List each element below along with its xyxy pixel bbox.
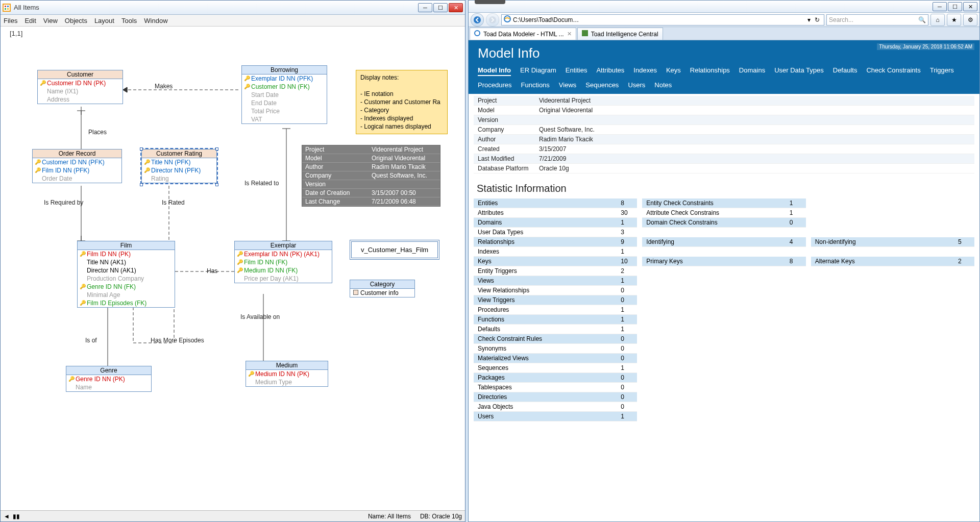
menu-layout[interactable]: Layout	[94, 17, 114, 24]
back-button[interactable]	[471, 13, 484, 27]
report-tab[interactable]: Sequences	[585, 81, 619, 89]
rel-places: Places	[88, 129, 107, 136]
modeler-window: All Items ─ ☐ ✕ Files Edit View Objects …	[0, 0, 465, 522]
rel-isrel: Is Related to	[244, 180, 279, 187]
refresh-icon[interactable]: ↻	[815, 16, 820, 23]
tab-intelligence[interactable]: Toad Intelligence Central	[577, 28, 663, 40]
settings-icon[interactable]: ⚙	[963, 14, 977, 26]
svg-rect-4	[5, 8, 6, 10]
category-box[interactable]: Category Customer info	[350, 280, 415, 297]
search-icon[interactable]: 🔍	[918, 16, 926, 23]
svg-rect-16	[582, 30, 588, 36]
report-tab[interactable]: Views	[559, 81, 576, 89]
report-tab[interactable]: Check Constraints	[866, 66, 920, 76]
entity-exemplar[interactable]: Exemplar 🔑Exemplar ID NN (PK) (AK1) 🔑Fil…	[234, 241, 332, 283]
rel-hasmore: Has More Episodes	[151, 337, 204, 344]
tab-report[interactable]: Toad Data Modeler - HTML ... ✕	[470, 28, 576, 40]
browser-close-button[interactable]: ✕	[963, 2, 977, 11]
dropdown-icon[interactable]: ▾	[807, 16, 811, 23]
report-tab[interactable]: Model Info	[478, 66, 511, 76]
diagram-canvas[interactable]: [1,1] Cus	[1, 27, 465, 510]
statusbar: ◄ ▮▮ Name: All Items DB: Oracle 10g	[1, 510, 465, 521]
browser-window: ─ ☐ ✕ C:\Users\Toad\Docum… ▾ ↻ Search...…	[468, 0, 980, 522]
report-tab[interactable]: Attributes	[596, 66, 624, 76]
report-body[interactable]: Thursday, January 25, 2018 11:06:52 AM M…	[469, 40, 979, 521]
svg-point-15	[475, 31, 480, 36]
address-bar[interactable]: C:\Users\Toad\Docum… ▾ ↻	[501, 14, 824, 26]
rel-isavail: Is Available on	[240, 313, 280, 320]
svg-rect-1	[4, 5, 10, 11]
selection-handle[interactable]	[140, 147, 143, 151]
report-tab[interactable]: Defaults	[833, 66, 857, 76]
report-tab[interactable]: Keys	[666, 66, 681, 76]
home-icon[interactable]: ⌂	[930, 14, 945, 26]
report-tab[interactable]: Domains	[739, 66, 765, 76]
report-tab[interactable]: Functions	[521, 81, 549, 89]
report-tab[interactable]: Users	[628, 81, 645, 89]
menu-edit[interactable]: Edit	[24, 17, 36, 24]
svg-rect-3	[7, 6, 9, 7]
selection-handle[interactable]	[140, 183, 143, 186]
menu-objects[interactable]: Objects	[65, 17, 87, 24]
entity-genre[interactable]: Genre 🔑Genre ID NN (PK) Name	[66, 366, 152, 392]
entity-customer[interactable]: Customer 🔑Customer ID NN (PK) Name (IX1)…	[37, 70, 123, 104]
entity-order-record[interactable]: Order Record 🔑Customer ID NN (PFK) 🔑Film…	[32, 149, 122, 183]
toad-icon	[582, 30, 588, 38]
browser-minimize-button[interactable]: ─	[933, 2, 947, 11]
report-tab[interactable]: Triggers	[930, 66, 954, 76]
window-title: All Items	[14, 4, 39, 11]
report-tab[interactable]: User Data Types	[774, 66, 824, 76]
model-info-box[interactable]: ProjectVideorental ProjectModelOriginal …	[302, 145, 440, 207]
entity-film[interactable]: Film 🔑Film ID NN (PK) Title NN (AK1) Dir…	[77, 241, 175, 308]
rel-isreq: Is Required by	[44, 199, 83, 206]
svg-point-12	[474, 16, 481, 23]
menubar: Files Edit View Objects Layout Tools Win…	[1, 15, 465, 27]
report-tab[interactable]: ER Diagram	[520, 66, 556, 76]
report-tab[interactable]: Procedures	[478, 81, 511, 89]
window-grip[interactable]	[475, 0, 505, 4]
ie-icon	[474, 30, 480, 38]
rel-isof: Is of	[85, 337, 97, 344]
browser-tabs: Toad Data Modeler - HTML ... ✕ Toad Inte…	[469, 27, 979, 40]
tab-close-icon[interactable]: ✕	[567, 31, 572, 37]
selection-handle[interactable]	[215, 183, 218, 186]
report-tab[interactable]: Notes	[654, 81, 672, 89]
rel-makes: Makes	[155, 83, 173, 90]
entity-medium[interactable]: Medium 🔑Medium ID NN (PK) Medium Type	[246, 361, 328, 387]
search-bar[interactable]: Search... 🔍	[826, 14, 928, 26]
minimize-button[interactable]: ─	[418, 3, 432, 12]
svg-rect-5	[7, 8, 9, 10]
scroll-left-icon[interactable]: ◄	[4, 513, 10, 520]
entity-customer-rating[interactable]: Customer Rating 🔑Title NN (PFK) 🔑Directo…	[141, 149, 217, 183]
browser-titlebar: ─ ☐ ✕	[469, 1, 979, 13]
report-tab[interactable]: Entities	[566, 66, 587, 76]
favorites-icon[interactable]: ★	[947, 14, 961, 26]
scroll-bar-icon[interactable]: ▮▮	[13, 513, 20, 520]
coord-readout: [1,1]	[10, 30, 22, 37]
ie-icon	[504, 15, 511, 24]
browser-toolbar: C:\Users\Toad\Docum… ▾ ↻ Search... 🔍 ⌂ ★…	[469, 13, 979, 27]
rel-israted: Is Rated	[162, 199, 185, 206]
view-box[interactable]: v_Customer_Has_Film	[350, 240, 439, 260]
report-tab[interactable]: Indexes	[633, 66, 657, 76]
svg-rect-2	[5, 6, 6, 7]
report-tab[interactable]: Relationships	[690, 66, 730, 76]
report-header: Thursday, January 25, 2018 11:06:52 AM M…	[469, 40, 979, 94]
svg-point-13	[489, 16, 496, 23]
menu-files[interactable]: Files	[4, 17, 17, 24]
menu-view[interactable]: View	[43, 17, 58, 24]
entity-borrowing[interactable]: Borrowing 🔑Exemplar ID NN (PFK) 🔑Custome…	[241, 65, 327, 124]
menu-tools[interactable]: Tools	[121, 17, 137, 24]
close-button[interactable]: ✕	[449, 3, 463, 12]
forward-button[interactable]	[486, 13, 499, 27]
menu-window[interactable]: Window	[144, 17, 167, 24]
selection-handle[interactable]	[215, 147, 218, 151]
model-info-table: ProjectVideorental ProjectModelOriginal …	[474, 96, 974, 173]
maximize-button[interactable]: ☐	[433, 3, 448, 12]
titlebar: All Items ─ ☐ ✕	[1, 1, 465, 15]
stats-table: Entities8Attributes30Domains1User Data T…	[474, 198, 974, 421]
browser-maximize-button[interactable]: ☐	[948, 2, 962, 11]
note-box[interactable]: Display notes: - IE notation - Customer …	[356, 70, 448, 134]
app-icon	[3, 4, 11, 12]
rel-has: Has	[207, 267, 217, 275]
